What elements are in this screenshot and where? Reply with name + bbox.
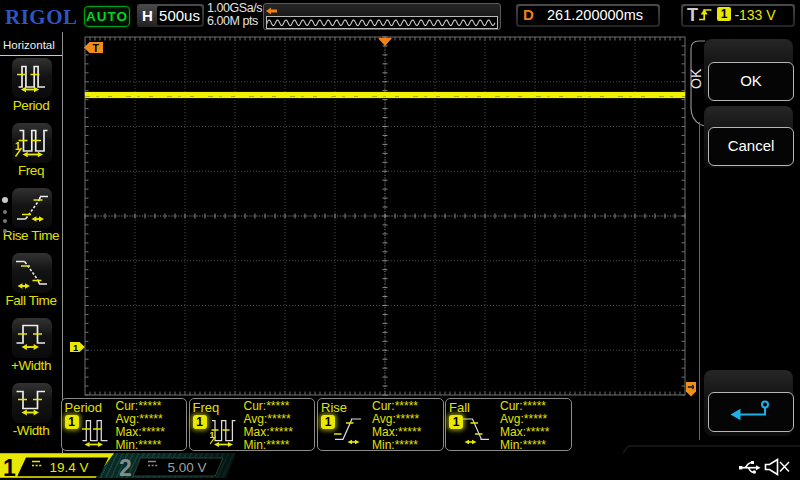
svg-text:2: 2	[119, 455, 132, 478]
svg-text:19.4 V: 19.4 V	[50, 460, 89, 475]
svg-text:1: 1	[3, 455, 16, 478]
svg-text:5.00 V: 5.00 V	[168, 460, 207, 475]
